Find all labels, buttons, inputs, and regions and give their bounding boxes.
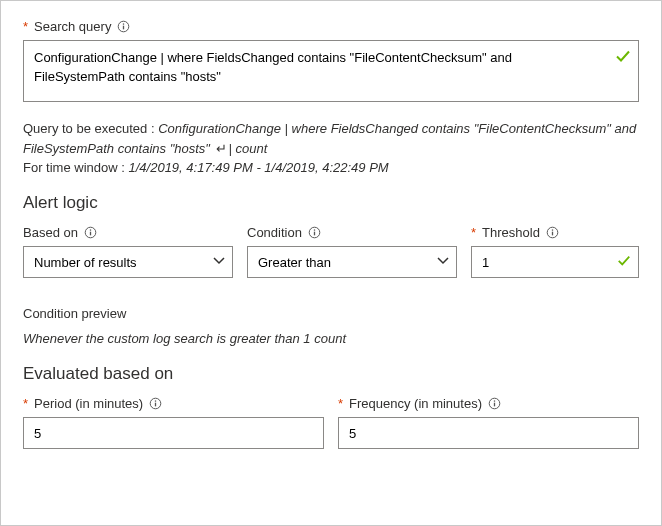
period-label-text: Period (in minutes) (34, 396, 143, 411)
frequency-label-text: Frequency (in minutes) (349, 396, 482, 411)
info-icon[interactable] (149, 397, 162, 410)
svg-rect-10 (552, 232, 553, 236)
search-query-wrap (23, 40, 639, 105)
condition-select[interactable]: Greater than (247, 246, 457, 278)
svg-rect-11 (552, 229, 553, 230)
time-window-line: For time window : 1/4/2019, 4:17:49 PM -… (23, 160, 639, 175)
condition-preview-label: Condition preview (23, 306, 639, 321)
required-asterisk: * (23, 396, 28, 411)
evaluated-row: * Period (in minutes) * Frequency (in mi… (23, 396, 639, 449)
return-icon: ↵ (214, 141, 229, 156)
svg-rect-16 (494, 403, 495, 407)
check-icon (615, 48, 631, 67)
info-icon[interactable] (308, 226, 321, 239)
based-on-select[interactable]: Number of results (23, 246, 233, 278)
frequency-input[interactable] (338, 417, 639, 449)
svg-rect-14 (155, 400, 156, 401)
threshold-label: * Threshold (471, 225, 639, 240)
info-icon[interactable] (488, 397, 501, 410)
required-asterisk: * (23, 19, 28, 34)
threshold-input[interactable] (471, 246, 639, 278)
svg-rect-5 (90, 229, 91, 230)
search-query-input[interactable] (23, 40, 639, 102)
condition-col: Condition Greater than (247, 225, 457, 278)
condition-preview-text: Whenever the custom log search is greate… (23, 331, 639, 346)
search-query-label-text: Search query (34, 19, 111, 34)
alert-logic-heading: Alert logic (23, 193, 639, 213)
svg-rect-7 (314, 232, 315, 236)
svg-rect-8 (314, 229, 315, 230)
period-label: * Period (in minutes) (23, 396, 324, 411)
condition-label: Condition (247, 225, 457, 240)
info-icon[interactable] (117, 20, 130, 33)
svg-rect-13 (155, 403, 156, 407)
query-execution-preview: Query to be executed : ConfigurationChan… (23, 119, 639, 158)
svg-rect-17 (494, 400, 495, 401)
required-asterisk: * (338, 396, 343, 411)
required-asterisk: * (471, 225, 476, 240)
evaluated-heading: Evaluated based on (23, 364, 639, 384)
info-icon[interactable] (84, 226, 97, 239)
threshold-col: * Threshold (471, 225, 639, 278)
condition-label-text: Condition (247, 225, 302, 240)
time-window-prefix: For time window : (23, 160, 128, 175)
check-icon (617, 254, 631, 271)
svg-rect-2 (123, 23, 124, 24)
period-col: * Period (in minutes) (23, 396, 324, 449)
search-query-label: * Search query (23, 19, 639, 34)
exec-prefix: Query to be executed : (23, 121, 158, 136)
svg-rect-1 (123, 26, 124, 30)
based-on-col: Based on Number of results (23, 225, 233, 278)
frequency-col: * Frequency (in minutes) (338, 396, 639, 449)
period-input[interactable] (23, 417, 324, 449)
time-window-value: 1/4/2019, 4:17:49 PM - 1/4/2019, 4:22:49… (128, 160, 388, 175)
svg-rect-4 (90, 232, 91, 236)
alert-logic-row: Based on Number of results Condition (23, 225, 639, 278)
exec-count-text: | count (229, 141, 268, 156)
info-icon[interactable] (546, 226, 559, 239)
based-on-label-text: Based on (23, 225, 78, 240)
frequency-label: * Frequency (in minutes) (338, 396, 639, 411)
alert-config-panel: * Search query Query to be executed : Co… (0, 0, 662, 526)
threshold-label-text: Threshold (482, 225, 540, 240)
based-on-label: Based on (23, 225, 233, 240)
